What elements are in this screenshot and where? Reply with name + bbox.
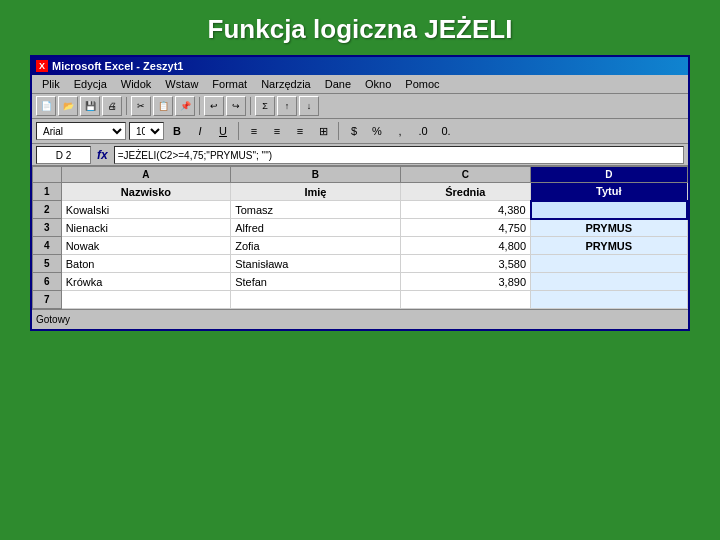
title-bar: X Microsoft Excel - Zeszyt1 (32, 57, 688, 75)
comma-button[interactable]: , (390, 121, 410, 141)
open-button[interactable]: 📂 (58, 96, 78, 116)
cell-b7[interactable] (231, 291, 400, 309)
page-title: Funkcja logiczna JEŻELI (208, 0, 513, 55)
menu-widok[interactable]: Widok (115, 77, 158, 91)
cell-c2[interactable]: 4,380 (400, 201, 530, 219)
row-header-2: 2 (33, 201, 62, 219)
table-row: 2 Kowalski Tomasz 4,380 (33, 201, 688, 219)
excel-window: X Microsoft Excel - Zeszyt1 Plik Edycja … (30, 55, 690, 331)
cell-c1[interactable]: Średnia (400, 183, 530, 201)
separator-fmt (238, 122, 239, 140)
cell-b4[interactable]: Zofia (231, 237, 400, 255)
excel-icon: X (36, 60, 48, 72)
menu-dane[interactable]: Dane (319, 77, 357, 91)
sum-button[interactable]: Σ (255, 96, 275, 116)
cell-c3[interactable]: 4,750 (400, 219, 530, 237)
sort-desc-button[interactable]: ↓ (299, 96, 319, 116)
new-button[interactable]: 📄 (36, 96, 56, 116)
cell-d6[interactable] (531, 273, 687, 291)
menu-okno[interactable]: Okno (359, 77, 397, 91)
cell-b3[interactable]: Alfred (231, 219, 400, 237)
separator-3 (250, 97, 251, 115)
decrease-decimal-button[interactable]: 0. (436, 121, 456, 141)
italic-button[interactable]: I (190, 121, 210, 141)
redo-button[interactable]: ↪ (226, 96, 246, 116)
percent-button[interactable]: % (367, 121, 387, 141)
table-row: 3 Nienacki Alfred 4,750 PRYMUS (33, 219, 688, 237)
cell-d3[interactable]: PRYMUS (531, 219, 687, 237)
separator-fmt2 (338, 122, 339, 140)
spreadsheet-table: A B C D 1 Nazwisko Imię Średnia Tytuł 2 … (32, 166, 688, 309)
print-button[interactable]: 🖨 (102, 96, 122, 116)
row-header-7: 7 (33, 291, 62, 309)
menu-pomoc[interactable]: Pomoc (399, 77, 445, 91)
align-center-button[interactable]: ≡ (267, 121, 287, 141)
menu-wstaw[interactable]: Wstaw (159, 77, 204, 91)
cut-button[interactable]: ✂ (131, 96, 151, 116)
cell-a1[interactable]: Nazwisko (61, 183, 230, 201)
cell-a4[interactable]: Nowak (61, 237, 230, 255)
cell-a5[interactable]: Baton (61, 255, 230, 273)
cell-b6[interactable]: Stefan (231, 273, 400, 291)
row-header-6: 6 (33, 273, 62, 291)
menu-plik[interactable]: Plik (36, 77, 66, 91)
cell-c4[interactable]: 4,800 (400, 237, 530, 255)
col-header-row: A B C D (33, 167, 688, 183)
cell-d1[interactable]: Tytuł (531, 183, 687, 201)
col-header-c[interactable]: C (400, 167, 530, 183)
cell-d7[interactable] (531, 291, 687, 309)
undo-button[interactable]: ↩ (204, 96, 224, 116)
cell-d2[interactable] (531, 201, 687, 219)
menu-edycja[interactable]: Edycja (68, 77, 113, 91)
cell-a2[interactable]: Kowalski (61, 201, 230, 219)
table-row: 5 Baton Stanisława 3,580 (33, 255, 688, 273)
col-header-empty (33, 167, 62, 183)
menu-narzedzia[interactable]: Narzędzia (255, 77, 317, 91)
col-header-d[interactable]: D (531, 167, 687, 183)
cell-c7[interactable] (400, 291, 530, 309)
row-header-1: 1 (33, 183, 62, 201)
cell-b5[interactable]: Stanisława (231, 255, 400, 273)
formula-bar: D 2 fx =JEŻELI(C2>=4,75;"PRYMUS"; "") (32, 144, 688, 166)
col-header-a[interactable]: A (61, 167, 230, 183)
formula-fx-icon: fx (95, 148, 110, 162)
table-row: 4 Nowak Zofia 4,800 PRYMUS (33, 237, 688, 255)
menu-bar: Plik Edycja Widok Wstaw Format Narzędzia… (32, 75, 688, 94)
font-select[interactable]: Arial (36, 122, 126, 140)
align-left-button[interactable]: ≡ (244, 121, 264, 141)
formula-input[interactable]: =JEŻELI(C2>=4,75;"PRYMUS"; "") (114, 146, 684, 164)
sort-asc-button[interactable]: ↑ (277, 96, 297, 116)
standard-toolbar: 📄 📂 💾 🖨 ✂ 📋 📌 ↩ ↪ Σ ↑ ↓ (32, 94, 688, 119)
underline-button[interactable]: U (213, 121, 233, 141)
align-right-button[interactable]: ≡ (290, 121, 310, 141)
format-toolbar: Arial 10 B I U ≡ ≡ ≡ ⊞ $ % , .0 0. (32, 119, 688, 144)
save-button[interactable]: 💾 (80, 96, 100, 116)
currency-button[interactable]: $ (344, 121, 364, 141)
cell-a3[interactable]: Nienacki (61, 219, 230, 237)
row-header-5: 5 (33, 255, 62, 273)
table-row: 1 Nazwisko Imię Średnia Tytuł (33, 183, 688, 201)
table-row: 7 (33, 291, 688, 309)
size-select[interactable]: 10 (129, 122, 164, 140)
cell-b1[interactable]: Imię (231, 183, 400, 201)
menu-format[interactable]: Format (206, 77, 253, 91)
copy-button[interactable]: 📋 (153, 96, 173, 116)
separator-1 (126, 97, 127, 115)
status-text: Gotowy (36, 314, 70, 325)
cell-d4[interactable]: PRYMUS (531, 237, 687, 255)
cell-c5[interactable]: 3,580 (400, 255, 530, 273)
paste-button[interactable]: 📌 (175, 96, 195, 116)
increase-decimal-button[interactable]: .0 (413, 121, 433, 141)
col-header-b[interactable]: B (231, 167, 400, 183)
cell-a7[interactable] (61, 291, 230, 309)
table-row: 6 Krówka Stefan 3,890 (33, 273, 688, 291)
cell-reference[interactable]: D 2 (36, 146, 91, 164)
merge-button[interactable]: ⊞ (313, 121, 333, 141)
bold-button[interactable]: B (167, 121, 187, 141)
cell-d5[interactable] (531, 255, 687, 273)
row-header-3: 3 (33, 219, 62, 237)
spreadsheet-area: A B C D 1 Nazwisko Imię Średnia Tytuł 2 … (32, 166, 688, 309)
cell-c6[interactable]: 3,890 (400, 273, 530, 291)
cell-b2[interactable]: Tomasz (231, 201, 400, 219)
cell-a6[interactable]: Krówka (61, 273, 230, 291)
